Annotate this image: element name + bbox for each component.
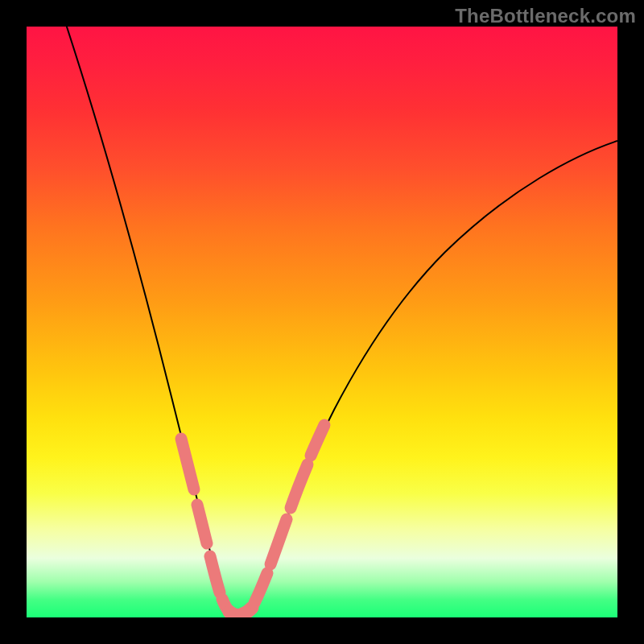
watermark-text: TheBottleneck.com [455,5,636,27]
plot-area [27,27,617,617]
bottleneck-curve [27,27,617,617]
highlight-left-3 [210,556,220,592]
highlight-right-2 [270,519,287,564]
highlight-bottom-2 [242,608,252,614]
highlight-right-4 [311,425,324,456]
highlight-right-1 [254,573,267,603]
chart-frame: TheBottleneck.com [0,0,644,644]
curve-path [59,27,617,616]
highlight-right-3 [291,464,308,508]
highlight-left-1 [181,439,194,489]
highlight-left-2 [197,505,207,543]
